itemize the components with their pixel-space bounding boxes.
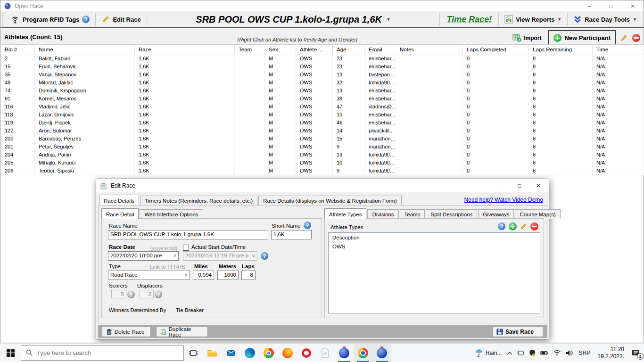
miles-input[interactable]: 0,994 <box>193 271 214 280</box>
edit-participant-button[interactable] <box>619 33 628 43</box>
mail-button[interactable] <box>222 344 240 362</box>
short-name-input[interactable]: 1,6K <box>271 230 312 239</box>
column-header[interactable]: Race <box>135 45 235 55</box>
duplicate-race-button[interactable]: Duplicate Race <box>156 327 208 337</box>
close-button[interactable]: ✕ <box>622 0 644 11</box>
athlete-types-list[interactable]: Description OWS <box>328 232 540 313</box>
left-tab-race-detail[interactable]: Race Detail <box>101 208 139 219</box>
column-header[interactable]: Notes <box>396 45 463 55</box>
dialog-tab-race-details-displays-on-website-registration-form[interactable]: Race Details (displays on Website & Regi… <box>258 196 402 205</box>
search-input[interactable] <box>37 349 164 356</box>
start-button[interactable] <box>0 344 21 362</box>
column-header[interactable]: Sex <box>265 45 296 55</box>
table-row[interactable]: 204Andrija, Panin1,6KMOWS13lomida90...08… <box>1 151 644 159</box>
table-row[interactable]: 118Lazar, Gmijovic1,6KMOWS10enisbehar...… <box>1 111 644 119</box>
firefox-button[interactable] <box>278 344 297 362</box>
edit-athlete-type-button[interactable] <box>520 222 528 230</box>
race-name-input[interactable]: SRB POOL OWS CUP 1.kolo-1.grupa 1,6K <box>108 230 268 239</box>
weather-tray-button[interactable]: Rain... <box>473 344 504 362</box>
language-indicator[interactable]: SRP <box>576 344 594 362</box>
table-row[interactable]: 74Dominik, Krspogacin1,6KMOWS13enisbehar… <box>1 87 644 95</box>
race-title-dropdown-icon[interactable]: ▼ <box>387 17 391 22</box>
help-icon[interactable]: ? <box>304 222 311 229</box>
right-tab-divisions[interactable]: Divisions <box>367 209 398 219</box>
meters-input[interactable]: 1600 <box>217 271 239 280</box>
maximize-button[interactable]: □ <box>600 0 622 11</box>
tray-battery-button[interactable] <box>538 344 551 362</box>
column-header[interactable]: Bib # <box>1 45 35 55</box>
table-row[interactable]: 91Kornel, Mesaros1,6KMOWS38enisbehar...0… <box>1 95 644 103</box>
race-timer-button[interactable] <box>335 344 354 362</box>
new-participant-button[interactable]: New Participant <box>548 30 616 46</box>
help-icon[interactable]: ? <box>498 222 505 230</box>
table-row[interactable]: 201Petar, Šeguljev1,6KMOWS9marathon....0… <box>1 143 644 151</box>
tray-display-button[interactable] <box>515 344 527 362</box>
time-race-button[interactable]: Time Race! <box>442 15 496 25</box>
right-tab-teams[interactable]: Teams <box>400 209 425 219</box>
laps-input[interactable]: 8 <box>241 271 256 280</box>
table-row[interactable]: 35Vanja, Stepanov1,6KMOWS13bvstepan...08… <box>1 71 644 79</box>
edge-button[interactable] <box>240 344 259 362</box>
minimize-button[interactable]: – <box>578 0 600 11</box>
column-header[interactable]: Laps Remaining <box>529 45 593 55</box>
help-video-link[interactable]: Need help? Watch Video Demo <box>464 197 543 203</box>
table-row[interactable]: 15Ervin, Beharovic1,6KMOWS23enisbehar...… <box>1 63 644 71</box>
list-item[interactable]: OWS <box>329 242 540 251</box>
table-row[interactable]: 48Milorad, Jakšić1,6KMOWS32lomida90...08… <box>1 79 644 87</box>
dialog-tab-timers-notes-reminders-race-details-etc[interactable]: Timers Notes (Reminders, Race details, e… <box>140 196 257 205</box>
table-row[interactable]: 2Balint, Fabian1,6KMOWS23enisbehar...08N… <box>1 55 644 63</box>
column-header[interactable]: Age <box>333 45 365 55</box>
right-tab-course-map-s[interactable]: Course Map(s) <box>515 209 560 219</box>
add-athlete-type-button[interactable] <box>509 222 517 230</box>
table-row[interactable]: 206Teodor, Šiposki1,6KMOWS9lomida90...08… <box>1 167 644 175</box>
notepad-button[interactable] <box>316 344 335 362</box>
opera-button[interactable] <box>297 344 316 362</box>
view-reports-button[interactable]: View Reports ▼ <box>501 13 565 25</box>
delete-race-button[interactable]: Delete Race <box>102 327 151 337</box>
race-date-combo[interactable]: 2022/02/20 10:00 pre <box>108 251 179 261</box>
notification-center-button[interactable]: 1 <box>628 344 644 362</box>
dialog-close-button[interactable]: ✕ <box>529 179 548 192</box>
import-button[interactable]: Import <box>509 32 545 44</box>
table-row[interactable]: 116Vladimir, Jelić1,6KMOWS47vladons@...0… <box>1 103 644 111</box>
table-row[interactable]: 119Djerdj, Pispek1,6KMOWS46enisbehar...0… <box>1 119 644 127</box>
right-tab-athlete-types[interactable]: Athlete Types <box>324 208 366 219</box>
actual-start-checkbox[interactable] <box>183 245 189 251</box>
file-explorer-button[interactable] <box>203 344 222 362</box>
chrome-race-timer-button[interactable] <box>354 344 372 362</box>
column-header[interactable]: Email <box>365 45 396 55</box>
dialog-minimize-button[interactable]: – <box>491 179 510 192</box>
chrome-button[interactable] <box>259 344 278 362</box>
help-icon[interactable]: ? <box>261 252 268 260</box>
dialog-maximize-button[interactable]: □ <box>510 179 529 192</box>
column-header[interactable]: Team <box>235 45 265 55</box>
table-row[interactable]: 200Barnabas, Penzes1,6KMOWS15marathon...… <box>1 135 644 143</box>
delete-participant-button[interactable] <box>631 33 641 43</box>
clock[interactable]: 11:20 19.2.2022. <box>594 346 628 360</box>
right-tab-giveaways[interactable]: Giveaways <box>478 209 514 219</box>
right-tab-split-descriptions[interactable]: Split Descriptions <box>426 209 477 219</box>
column-header[interactable]: Athlete ... <box>296 45 333 55</box>
race-timer-active-button[interactable] <box>372 344 391 362</box>
edit-race-button[interactable]: Edit Race <box>98 13 144 25</box>
help-icon[interactable]: ? <box>82 16 90 23</box>
program-rfid-tags-button[interactable]: Program RFID Tags ? <box>7 13 93 26</box>
table-row[interactable]: 122Aron, Sulomar1,6KMOWS14plivackikl...0… <box>1 127 644 135</box>
race-day-tools-button[interactable]: Race Day Tools ▼ <box>570 13 641 25</box>
taskbar-search-box[interactable] <box>21 346 184 361</box>
tray-volume-button[interactable] <box>563 344 576 362</box>
remove-athlete-type-button[interactable] <box>530 222 538 230</box>
type-combo[interactable]: Road Race <box>108 271 190 280</box>
save-race-button[interactable]: Save Race <box>492 327 543 337</box>
tray-expand-button[interactable] <box>504 344 515 362</box>
column-header[interactable]: Time <box>593 45 644 55</box>
dialog-tab-race-details[interactable]: Race Details <box>99 195 139 205</box>
table-row[interactable]: 205Mihajlo, Kurunci1,6KMOWS10lomida90...… <box>1 159 644 167</box>
column-header[interactable]: Name <box>35 45 135 55</box>
column-header[interactable]: Laps Completed <box>463 45 529 55</box>
task-view-button[interactable] <box>184 344 203 362</box>
tray-wifi-button[interactable] <box>551 344 563 362</box>
tray-security-button[interactable]: ! <box>527 344 538 362</box>
left-tab-web-interface-options[interactable]: Web Interface Options <box>140 209 203 219</box>
cell-laps_completed: 0 <box>463 135 529 143</box>
